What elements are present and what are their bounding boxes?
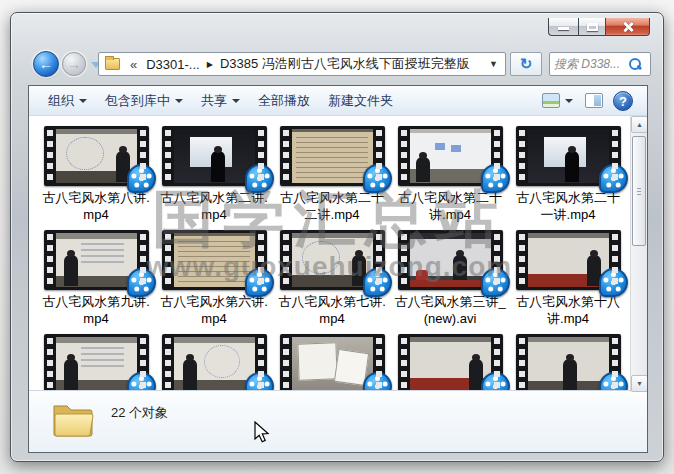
refresh-button[interactable]: ↻ bbox=[510, 52, 542, 76]
video-thumbnail bbox=[44, 126, 149, 186]
player-badge-icon bbox=[127, 372, 156, 392]
close-icon bbox=[622, 21, 634, 33]
file-item[interactable]: 古八宅风水第二讲.mp4 bbox=[155, 126, 273, 230]
player-badge-icon bbox=[363, 268, 392, 297]
client-area: 组织 包含到库中 共享 全部播放 新建文件夹 bbox=[28, 85, 648, 453]
include-in-library-menu[interactable]: 包含到库中 bbox=[96, 89, 192, 113]
maximize-button[interactable] bbox=[578, 18, 606, 36]
search-input[interactable] bbox=[554, 57, 626, 71]
scroll-down-button[interactable]: ▼ bbox=[631, 375, 647, 392]
file-name: 古八宅风水第二十一讲.mp4 bbox=[512, 189, 624, 223]
chevron-down-icon bbox=[175, 99, 183, 103]
video-thumbnail bbox=[280, 230, 385, 290]
player-badge-icon bbox=[599, 164, 628, 193]
chevron-down-icon bbox=[79, 99, 87, 103]
organize-label: 组织 bbox=[48, 92, 74, 110]
refresh-icon: ↻ bbox=[520, 55, 533, 72]
file-item[interactable] bbox=[37, 334, 155, 392]
thumbnail-image bbox=[528, 337, 609, 391]
navigation-bar: ← → « D3301-... ▶ D3385 冯浩刚古八宅风水线下面授班完整版… bbox=[11, 49, 663, 79]
thumbnail-image bbox=[174, 337, 255, 391]
thumbnail-image bbox=[292, 233, 373, 287]
file-grid: 古八宅风水第八讲.mp4 古八宅风水第二讲.mp4 古八宅风水第二十二讲.mp4… bbox=[37, 126, 627, 392]
forward-button[interactable]: → bbox=[62, 52, 86, 76]
back-arrow-icon: ← bbox=[39, 56, 53, 72]
breadcrumb-separator-icon[interactable]: ▶ bbox=[207, 60, 213, 69]
change-view-button[interactable] bbox=[540, 89, 575, 113]
file-item[interactable]: 古八宅风水第三讲_(new).avi bbox=[391, 230, 509, 334]
toolbar-right-group: ? bbox=[530, 89, 647, 113]
player-badge-icon bbox=[245, 268, 274, 297]
caption-buttons bbox=[548, 18, 650, 36]
video-thumbnail bbox=[516, 230, 621, 290]
folder-icon bbox=[50, 398, 96, 440]
details-pane: 22 个对象 bbox=[29, 390, 647, 452]
maximize-icon bbox=[587, 23, 598, 31]
breadcrumb-current[interactable]: D3385 冯浩刚古八宅风水线下面授班完整版 bbox=[216, 55, 474, 73]
scrollbar-thumb[interactable] bbox=[632, 136, 646, 246]
file-item[interactable]: 古八宅风水第二十讲.mp4 bbox=[391, 126, 509, 230]
share-menu[interactable]: 共享 bbox=[192, 89, 249, 113]
chevron-down-icon bbox=[232, 99, 240, 103]
address-bar[interactable]: « D3301-... ▶ D3385 冯浩刚古八宅风水线下面授班完整版 ▼ bbox=[98, 52, 506, 76]
close-button[interactable] bbox=[606, 18, 650, 36]
file-item[interactable] bbox=[509, 334, 627, 392]
back-button[interactable]: ← bbox=[33, 51, 59, 77]
video-thumbnail bbox=[44, 334, 149, 392]
player-badge-icon bbox=[245, 372, 274, 392]
file-item[interactable]: 古八宅风水第九讲.mp4 bbox=[37, 230, 155, 334]
vertical-scrollbar[interactable]: ▲ ▼ bbox=[630, 116, 647, 392]
play-all-button[interactable]: 全部播放 bbox=[249, 89, 319, 113]
video-thumbnail bbox=[44, 230, 149, 290]
scroll-down-icon: ▼ bbox=[636, 380, 643, 387]
player-badge-icon bbox=[127, 164, 156, 193]
person-silhouette bbox=[453, 255, 467, 286]
scroll-up-button[interactable]: ▲ bbox=[631, 116, 647, 133]
thumbnail-image bbox=[410, 337, 491, 391]
file-item[interactable]: 古八宅风水第六讲.mp4 bbox=[155, 230, 273, 334]
help-button[interactable]: ? bbox=[613, 91, 633, 111]
player-badge-icon bbox=[363, 164, 392, 193]
minimize-button[interactable] bbox=[548, 18, 578, 36]
help-icon: ? bbox=[619, 94, 627, 109]
player-badge-icon bbox=[245, 164, 274, 193]
forward-arrow-icon: → bbox=[67, 56, 81, 72]
search-box bbox=[549, 52, 651, 76]
thumbnail-image bbox=[528, 233, 609, 287]
file-name: 古八宅风水第十八讲.mp4 bbox=[512, 293, 624, 327]
player-badge-icon bbox=[481, 268, 510, 297]
player-badge-icon bbox=[481, 372, 510, 392]
search-icon bbox=[628, 57, 642, 71]
address-dropdown-icon[interactable]: ▼ bbox=[486, 59, 501, 69]
file-item[interactable]: 古八宅风水第二十二讲.mp4 bbox=[273, 126, 391, 230]
file-item[interactable] bbox=[273, 334, 391, 392]
thumbnail-image bbox=[174, 233, 255, 287]
play-all-label: 全部播放 bbox=[258, 92, 310, 110]
thumbnail-image bbox=[56, 337, 137, 391]
item-count: 22 个对象 bbox=[111, 404, 168, 422]
organize-menu[interactable]: 组织 bbox=[39, 89, 96, 113]
video-thumbnail bbox=[398, 334, 503, 392]
share-label: 共享 bbox=[201, 92, 227, 110]
person-silhouette bbox=[64, 359, 78, 390]
thumbnail-image bbox=[174, 129, 255, 183]
video-thumbnail bbox=[516, 334, 621, 392]
file-item[interactable]: 古八宅风水第二十一讲.mp4 bbox=[509, 126, 627, 230]
breadcrumb-overflow-chevron[interactable]: « bbox=[130, 57, 137, 72]
file-list-view: 古八宅风水第八讲.mp4 古八宅风水第二讲.mp4 古八宅风水第二十二讲.mp4… bbox=[29, 116, 647, 392]
file-item[interactable]: 古八宅风水第十八讲.mp4 bbox=[509, 230, 627, 334]
thumbnail-image bbox=[292, 337, 373, 391]
player-badge-icon bbox=[127, 268, 156, 297]
video-thumbnail bbox=[162, 126, 267, 186]
person-silhouette bbox=[183, 359, 197, 390]
file-item[interactable]: 古八宅风水第七讲.mp4 bbox=[273, 230, 391, 334]
preview-pane-toggle[interactable] bbox=[585, 93, 603, 108]
file-name: 古八宅风水第八讲.mp4 bbox=[40, 189, 152, 223]
file-item[interactable]: 古八宅风水第八讲.mp4 bbox=[37, 126, 155, 230]
file-item[interactable] bbox=[155, 334, 273, 392]
new-folder-button[interactable]: 新建文件夹 bbox=[319, 89, 402, 113]
file-item[interactable] bbox=[391, 334, 509, 392]
breadcrumb-parent[interactable]: D3301-... bbox=[142, 57, 203, 72]
thumbnail-image bbox=[56, 233, 137, 287]
file-name: 古八宅风水第三讲_(new).avi bbox=[394, 293, 506, 327]
